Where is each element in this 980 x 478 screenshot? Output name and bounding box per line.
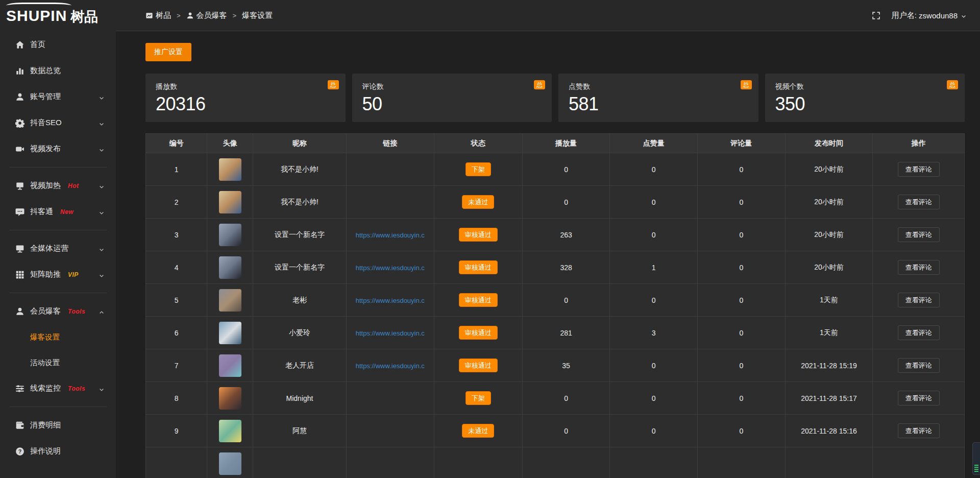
grid-icon [15, 270, 24, 279]
user-menu[interactable]: 用户名: zswodun88 [892, 11, 967, 20]
sidebar-item[interactable]: ? 操作说明 [0, 438, 116, 464]
cell-publish-time: 2021-11-28 15:16 [785, 415, 873, 447]
floating-widget[interactable] [972, 442, 980, 475]
display-icon [15, 181, 24, 190]
cell-publish-time: 2021-11-28 15:19 [785, 349, 873, 382]
status-badge: 审核通过 [459, 326, 498, 340]
cell-nickname: 我不是小帅! [253, 153, 347, 186]
view-comments-button[interactable]: 查看评论 [898, 325, 940, 341]
stat-card: 播放数 20316 总 [145, 74, 346, 122]
cell-avatar [207, 447, 253, 478]
comment-icon [15, 207, 24, 217]
view-comments-button[interactable]: 查看评论 [898, 162, 940, 177]
cell-link [346, 415, 434, 447]
svg-text:?: ? [18, 448, 22, 455]
sidebar-item-label: 视频加热 [30, 181, 61, 190]
view-comments-button[interactable]: 查看评论 [898, 260, 940, 275]
brand-name-cn: 树品 [70, 8, 98, 26]
breadcrumb-item-section[interactable]: 会员爆客 [186, 11, 227, 20]
column-header: 操作 [873, 134, 965, 153]
cell-comments: 0 [698, 415, 786, 447]
cell-comments: 0 [698, 317, 786, 349]
cell-publish-time: 2021-11-28 15:17 [785, 382, 873, 415]
sidebar-item-label: 线索监控 [30, 384, 61, 393]
table-row: 7 老人开店 https://www.iesdouyin.c 审核通过 35 0… [146, 349, 965, 382]
video-link[interactable]: https://www.iesdouyin.c [356, 297, 425, 304]
status-badge: 审核通过 [459, 358, 498, 372]
cell-nickname [253, 447, 347, 478]
stat-value: 350 [775, 93, 955, 115]
sidebar-item[interactable]: 消费明细 [0, 412, 116, 438]
sidebar-item-label: 矩阵助推 [30, 270, 61, 279]
table-row: 1 我不是小帅! 下架 0 0 0 20小时前 查看评论 [146, 153, 965, 186]
brand-logo[interactable]: SHUPIN 树品 [0, 0, 116, 32]
sidebar-subitem[interactable]: 爆客设置 [0, 324, 116, 350]
stat-label: 点赞数 [569, 82, 748, 91]
cell-avatar [207, 415, 253, 447]
cell-avatar [207, 284, 253, 317]
total-badge: 总 [947, 80, 958, 89]
table-row: 4 设置一个新名字 https://www.iesdouyin.c 审核通过 3… [146, 251, 965, 284]
app-icon [145, 12, 153, 19]
cell-publish-time: 20小时前 [785, 251, 873, 284]
cell-action: 查看评论 [873, 153, 965, 186]
status-badge: 下架 [465, 162, 491, 176]
videos-table: 编号头像昵称链接状态播放量点赞量评论量发布时间操作 1 我不是小帅! 下架 0 … [145, 133, 965, 478]
sidebar-item[interactable]: 视频加热 Hot [0, 173, 116, 199]
video-link[interactable]: https://www.iesdouyin.c [356, 329, 425, 337]
sidebar-item-tag: Tools [68, 385, 85, 392]
sidebar-item[interactable]: 数据总览 [0, 58, 116, 84]
cell-publish-time: 20小时前 [785, 186, 873, 219]
view-comments-button[interactable]: 查看评论 [898, 423, 940, 439]
cell-comments: 0 [698, 186, 786, 219]
sidebar-item[interactable]: 全媒体运营 [0, 235, 116, 261]
video-link[interactable]: https://www.iesdouyin.c [356, 362, 425, 370]
home-icon [15, 40, 24, 50]
sidebar-item[interactable]: 抖音SEO [0, 110, 116, 136]
sidebar-item[interactable]: 会员爆客 Tools [0, 298, 116, 324]
avatar [219, 158, 241, 181]
view-comments-button[interactable]: 查看评论 [898, 293, 940, 308]
stat-card: 评论数 50 总 [352, 74, 552, 122]
video-link[interactable]: https://www.iesdouyin.c [356, 231, 425, 239]
cell-link: https://www.iesdouyin.c [346, 349, 434, 382]
brand-name-en: SHUPIN [6, 8, 67, 23]
breadcrumb-item-home[interactable]: 树品 [145, 11, 171, 20]
sidebar-subitem[interactable]: 活动设置 [0, 350, 116, 375]
cell-comments: 0 [698, 251, 786, 284]
sidebar-item[interactable]: 抖客通 New [0, 199, 116, 225]
fullscreen-icon[interactable] [872, 11, 880, 20]
table-row [146, 447, 965, 478]
stat-value: 20316 [156, 93, 335, 115]
promotion-settings-button[interactable]: 推广设置 [145, 43, 191, 61]
cell-action: 查看评论 [873, 219, 965, 251]
cell-link: https://www.iesdouyin.c [346, 317, 434, 349]
cell-plays: 0 [522, 415, 610, 447]
sidebar-item[interactable]: 账号管理 [0, 84, 116, 110]
cell-avatar [207, 219, 253, 251]
video-link[interactable]: https://www.iesdouyin.c [356, 264, 425, 272]
sidebar-item[interactable]: 矩阵助推 VIP [0, 261, 116, 288]
cell-action: 查看评论 [873, 251, 965, 284]
cell-plays: 0 [522, 284, 610, 317]
chevron-icon [99, 120, 105, 126]
view-comments-button[interactable]: 查看评论 [898, 391, 940, 406]
breadcrumb: 树品 > 会员爆客 > 爆客设置 [145, 11, 273, 20]
cell-status [434, 447, 522, 478]
sidebar-item[interactable]: 线索监控 Tools [0, 375, 116, 401]
cell-action: 查看评论 [873, 317, 965, 349]
stat-label: 播放数 [156, 82, 335, 91]
cell-likes: 3 [610, 317, 698, 349]
view-comments-button[interactable]: 查看评论 [898, 358, 940, 373]
sidebar-item[interactable]: 视频发布 [0, 136, 116, 162]
view-comments-button[interactable]: 查看评论 [898, 195, 940, 210]
total-badge: 总 [741, 80, 752, 89]
avatar [219, 191, 241, 213]
status-badge: 未通过 [462, 424, 494, 438]
view-comments-button[interactable]: 查看评论 [898, 227, 940, 243]
table-row: 9 阿慧 未通过 0 0 0 2021-11-28 15:16 查看评论 [146, 415, 965, 447]
sidebar-item[interactable]: 首页 [0, 32, 116, 58]
videos-table-wrap: 编号头像昵称链接状态播放量点赞量评论量发布时间操作 1 我不是小帅! 下架 0 … [145, 133, 965, 478]
cell-action: 查看评论 [873, 382, 965, 415]
cell-link: https://www.iesdouyin.c [346, 219, 434, 251]
